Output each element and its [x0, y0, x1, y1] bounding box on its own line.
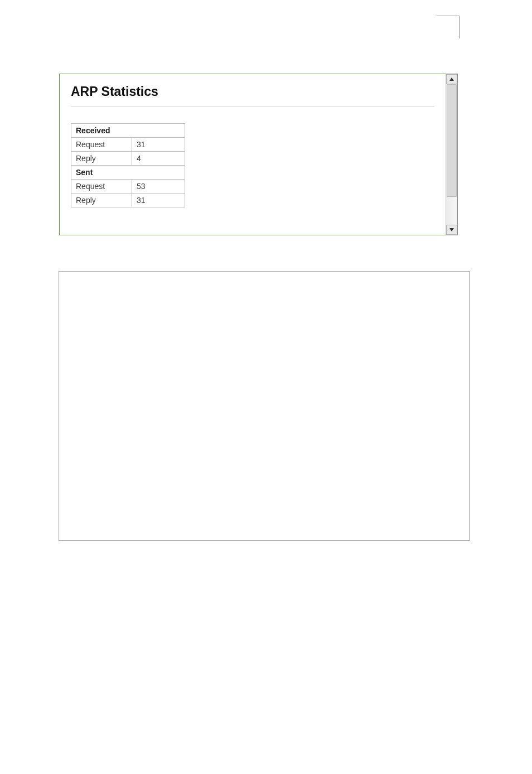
section-header-label: Sent — [71, 166, 185, 180]
row-label: Request — [71, 138, 132, 152]
row-label: Reply — [71, 152, 132, 166]
arp-statistics-panel: ARP Statistics Received Request 31 Reply… — [59, 74, 458, 235]
chevron-up-icon — [449, 78, 454, 81]
section-header-label: Received — [71, 124, 185, 138]
table-section-received: Received — [71, 124, 185, 138]
panel-title: ARP Statistics — [71, 84, 434, 99]
scroll-down-button[interactable] — [446, 225, 457, 235]
row-value: 4 — [132, 152, 185, 166]
row-value: 53 — [132, 180, 185, 194]
scroll-up-button[interactable] — [446, 74, 457, 84]
scrollbar-track[interactable] — [446, 84, 457, 225]
table-section-sent: Sent — [71, 166, 185, 180]
panel-divider — [71, 106, 434, 107]
crop-mark — [437, 16, 460, 38]
vertical-scrollbar[interactable] — [446, 74, 458, 235]
table-row: Reply 4 — [71, 152, 185, 166]
row-label: Request — [71, 180, 132, 194]
table-row: Reply 31 — [71, 194, 185, 207]
row-value: 31 — [132, 138, 185, 152]
page: ARP Statistics Received Request 31 Reply… — [0, 0, 532, 774]
table-row: Request 31 — [71, 138, 185, 152]
row-label: Reply — [71, 194, 132, 207]
empty-outlined-box — [59, 271, 470, 541]
arp-stats-table: Received Request 31 Reply 4 Sent Request — [71, 123, 185, 207]
scrollbar-thumb[interactable] — [447, 84, 457, 197]
panel-content: ARP Statistics Received Request 31 Reply… — [59, 74, 446, 235]
row-value: 31 — [132, 194, 185, 207]
table-row: Request 53 — [71, 180, 185, 194]
chevron-down-icon — [449, 228, 454, 231]
